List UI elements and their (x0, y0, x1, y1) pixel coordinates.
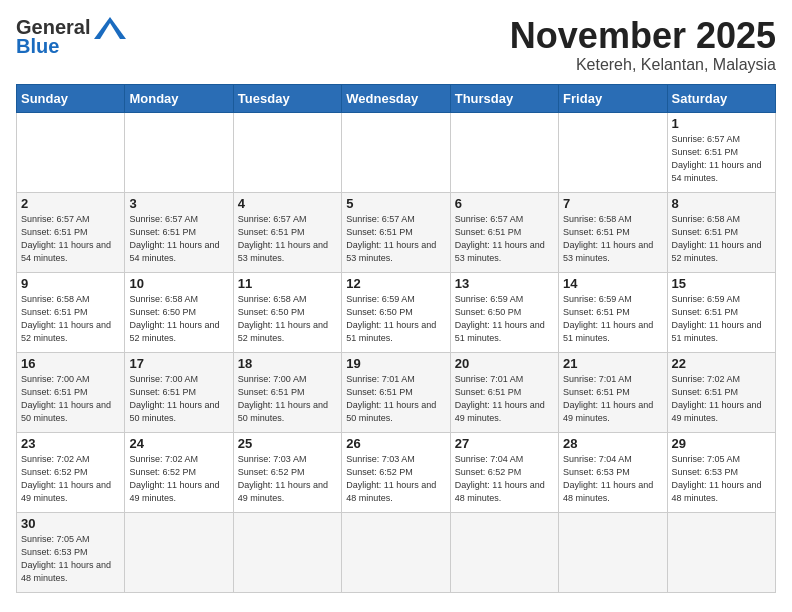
calendar-cell: 19Sunrise: 7:01 AM Sunset: 6:51 PM Dayli… (342, 352, 450, 432)
day-number: 13 (455, 276, 554, 291)
day-info: Sunrise: 6:59 AM Sunset: 6:51 PM Dayligh… (563, 293, 662, 345)
day-info: Sunrise: 7:04 AM Sunset: 6:53 PM Dayligh… (563, 453, 662, 505)
logo-area: General Blue (16, 16, 126, 58)
day-info: Sunrise: 6:57 AM Sunset: 6:51 PM Dayligh… (129, 213, 228, 265)
day-number: 23 (21, 436, 120, 451)
calendar-header-row: SundayMondayTuesdayWednesdayThursdayFrid… (17, 84, 776, 112)
calendar-cell (233, 512, 341, 592)
day-number: 3 (129, 196, 228, 211)
calendar-cell: 23Sunrise: 7:02 AM Sunset: 6:52 PM Dayli… (17, 432, 125, 512)
calendar-cell: 11Sunrise: 6:58 AM Sunset: 6:50 PM Dayli… (233, 272, 341, 352)
header: General Blue November 2025 Ketereh, Kela… (16, 16, 776, 74)
day-info: Sunrise: 7:01 AM Sunset: 6:51 PM Dayligh… (455, 373, 554, 425)
calendar-cell: 16Sunrise: 7:00 AM Sunset: 6:51 PM Dayli… (17, 352, 125, 432)
day-number: 10 (129, 276, 228, 291)
day-number: 9 (21, 276, 120, 291)
day-info: Sunrise: 7:00 AM Sunset: 6:51 PM Dayligh… (238, 373, 337, 425)
day-info: Sunrise: 7:05 AM Sunset: 6:53 PM Dayligh… (21, 533, 120, 585)
day-info: Sunrise: 7:00 AM Sunset: 6:51 PM Dayligh… (21, 373, 120, 425)
calendar-week-row: 2Sunrise: 6:57 AM Sunset: 6:51 PM Daylig… (17, 192, 776, 272)
calendar-week-row: 9Sunrise: 6:58 AM Sunset: 6:51 PM Daylig… (17, 272, 776, 352)
calendar-cell: 7Sunrise: 6:58 AM Sunset: 6:51 PM Daylig… (559, 192, 667, 272)
calendar-cell: 9Sunrise: 6:58 AM Sunset: 6:51 PM Daylig… (17, 272, 125, 352)
day-number: 21 (563, 356, 662, 371)
calendar-cell (233, 112, 341, 192)
day-info: Sunrise: 7:03 AM Sunset: 6:52 PM Dayligh… (346, 453, 445, 505)
logo-blue-text: Blue (16, 35, 59, 58)
day-number: 26 (346, 436, 445, 451)
day-header-saturday: Saturday (667, 84, 775, 112)
day-info: Sunrise: 6:57 AM Sunset: 6:51 PM Dayligh… (455, 213, 554, 265)
day-info: Sunrise: 6:58 AM Sunset: 6:50 PM Dayligh… (238, 293, 337, 345)
day-info: Sunrise: 6:58 AM Sunset: 6:51 PM Dayligh… (563, 213, 662, 265)
day-number: 11 (238, 276, 337, 291)
calendar-cell: 10Sunrise: 6:58 AM Sunset: 6:50 PM Dayli… (125, 272, 233, 352)
calendar-cell: 25Sunrise: 7:03 AM Sunset: 6:52 PM Dayli… (233, 432, 341, 512)
calendar-cell: 13Sunrise: 6:59 AM Sunset: 6:50 PM Dayli… (450, 272, 558, 352)
day-number: 30 (21, 516, 120, 531)
calendar-cell: 2Sunrise: 6:57 AM Sunset: 6:51 PM Daylig… (17, 192, 125, 272)
calendar-cell: 27Sunrise: 7:04 AM Sunset: 6:52 PM Dayli… (450, 432, 558, 512)
calendar-week-row: 1Sunrise: 6:57 AM Sunset: 6:51 PM Daylig… (17, 112, 776, 192)
month-title: November 2025 (510, 16, 776, 56)
calendar-cell: 14Sunrise: 6:59 AM Sunset: 6:51 PM Dayli… (559, 272, 667, 352)
day-number: 7 (563, 196, 662, 211)
day-info: Sunrise: 7:03 AM Sunset: 6:52 PM Dayligh… (238, 453, 337, 505)
calendar-cell (559, 112, 667, 192)
day-info: Sunrise: 6:57 AM Sunset: 6:51 PM Dayligh… (238, 213, 337, 265)
day-header-tuesday: Tuesday (233, 84, 341, 112)
day-number: 5 (346, 196, 445, 211)
calendar-cell: 4Sunrise: 6:57 AM Sunset: 6:51 PM Daylig… (233, 192, 341, 272)
day-number: 29 (672, 436, 771, 451)
day-info: Sunrise: 7:01 AM Sunset: 6:51 PM Dayligh… (563, 373, 662, 425)
calendar-cell (125, 112, 233, 192)
day-number: 24 (129, 436, 228, 451)
calendar-cell: 8Sunrise: 6:58 AM Sunset: 6:51 PM Daylig… (667, 192, 775, 272)
day-number: 14 (563, 276, 662, 291)
calendar-cell: 24Sunrise: 7:02 AM Sunset: 6:52 PM Dayli… (125, 432, 233, 512)
calendar-cell (125, 512, 233, 592)
day-info: Sunrise: 7:05 AM Sunset: 6:53 PM Dayligh… (672, 453, 771, 505)
day-info: Sunrise: 7:02 AM Sunset: 6:51 PM Dayligh… (672, 373, 771, 425)
day-info: Sunrise: 6:57 AM Sunset: 6:51 PM Dayligh… (21, 213, 120, 265)
calendar-cell: 22Sunrise: 7:02 AM Sunset: 6:51 PM Dayli… (667, 352, 775, 432)
calendar-cell (450, 512, 558, 592)
calendar-cell: 20Sunrise: 7:01 AM Sunset: 6:51 PM Dayli… (450, 352, 558, 432)
calendar-cell: 30Sunrise: 7:05 AM Sunset: 6:53 PM Dayli… (17, 512, 125, 592)
day-info: Sunrise: 7:02 AM Sunset: 6:52 PM Dayligh… (21, 453, 120, 505)
calendar-cell: 6Sunrise: 6:57 AM Sunset: 6:51 PM Daylig… (450, 192, 558, 272)
calendar-cell: 1Sunrise: 6:57 AM Sunset: 6:51 PM Daylig… (667, 112, 775, 192)
calendar-cell: 26Sunrise: 7:03 AM Sunset: 6:52 PM Dayli… (342, 432, 450, 512)
calendar-table: SundayMondayTuesdayWednesdayThursdayFrid… (16, 84, 776, 593)
day-info: Sunrise: 6:59 AM Sunset: 6:51 PM Dayligh… (672, 293, 771, 345)
day-info: Sunrise: 6:58 AM Sunset: 6:50 PM Dayligh… (129, 293, 228, 345)
day-info: Sunrise: 7:04 AM Sunset: 6:52 PM Dayligh… (455, 453, 554, 505)
day-header-friday: Friday (559, 84, 667, 112)
calendar-cell: 12Sunrise: 6:59 AM Sunset: 6:50 PM Dayli… (342, 272, 450, 352)
calendar-cell: 28Sunrise: 7:04 AM Sunset: 6:53 PM Dayli… (559, 432, 667, 512)
calendar-cell: 21Sunrise: 7:01 AM Sunset: 6:51 PM Dayli… (559, 352, 667, 432)
day-number: 1 (672, 116, 771, 131)
day-number: 2 (21, 196, 120, 211)
day-number: 4 (238, 196, 337, 211)
day-info: Sunrise: 6:58 AM Sunset: 6:51 PM Dayligh… (21, 293, 120, 345)
day-info: Sunrise: 7:02 AM Sunset: 6:52 PM Dayligh… (129, 453, 228, 505)
day-number: 22 (672, 356, 771, 371)
calendar-cell: 3Sunrise: 6:57 AM Sunset: 6:51 PM Daylig… (125, 192, 233, 272)
location-title: Ketereh, Kelantan, Malaysia (510, 56, 776, 74)
day-number: 25 (238, 436, 337, 451)
day-number: 28 (563, 436, 662, 451)
day-info: Sunrise: 7:01 AM Sunset: 6:51 PM Dayligh… (346, 373, 445, 425)
day-number: 27 (455, 436, 554, 451)
calendar-cell (450, 112, 558, 192)
calendar-week-row: 16Sunrise: 7:00 AM Sunset: 6:51 PM Dayli… (17, 352, 776, 432)
calendar-cell: 17Sunrise: 7:00 AM Sunset: 6:51 PM Dayli… (125, 352, 233, 432)
day-header-sunday: Sunday (17, 84, 125, 112)
calendar-cell: 18Sunrise: 7:00 AM Sunset: 6:51 PM Dayli… (233, 352, 341, 432)
day-number: 16 (21, 356, 120, 371)
day-info: Sunrise: 6:57 AM Sunset: 6:51 PM Dayligh… (672, 133, 771, 185)
day-info: Sunrise: 6:57 AM Sunset: 6:51 PM Dayligh… (346, 213, 445, 265)
calendar-week-row: 30Sunrise: 7:05 AM Sunset: 6:53 PM Dayli… (17, 512, 776, 592)
calendar-cell (559, 512, 667, 592)
day-header-monday: Monday (125, 84, 233, 112)
